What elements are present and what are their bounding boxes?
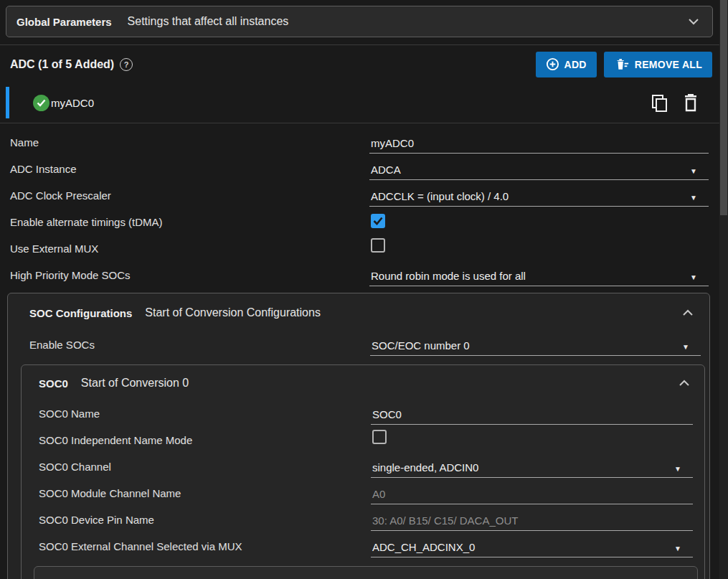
dropdown-arrow-icon: ▼ bbox=[682, 343, 689, 351]
field-row-soc0-channel: SOC0 Channel single-ended, ADCIN0▼ bbox=[22, 451, 704, 478]
status-ok-icon bbox=[33, 95, 49, 111]
instance-selected-bar bbox=[6, 87, 9, 118]
scrollbar[interactable] bbox=[719, 0, 728, 579]
global-parameters-subtitle: Settings that affect all instances bbox=[128, 15, 289, 28]
soc0-title: SOC0 bbox=[39, 377, 68, 390]
high-priority-socs-select[interactable]: Round robin mode is used for all▼ bbox=[369, 270, 709, 286]
copy-instance-button[interactable] bbox=[651, 94, 668, 113]
adc-module-title: ADC (1 of 5 Added) bbox=[10, 58, 114, 71]
soc0-module-channel-name-readonly: A0 bbox=[371, 488, 693, 504]
soc0-channel-select[interactable]: single-ended, ADCIN0▼ bbox=[371, 461, 693, 478]
field-row-soc0-independent-name-mode: SOC0 Independent Name Mode bbox=[22, 425, 704, 451]
field-label: SOC0 Channel bbox=[39, 461, 371, 478]
subsection-soc0: SOC0 Start of Conversion 0 SOC0 Name SOC… bbox=[21, 364, 705, 579]
plus-circle-icon bbox=[546, 57, 559, 71]
soc0-device-pin-name-readonly: 30: A0/ B15/ C15/ DACA_OUT bbox=[371, 514, 693, 531]
chevron-down-icon[interactable] bbox=[688, 15, 699, 28]
dropdown-arrow-icon: ▼ bbox=[690, 194, 697, 202]
dropdown-arrow-icon: ▼ bbox=[690, 273, 697, 281]
field-label: Use External MUX bbox=[10, 243, 369, 260]
field-label: Enable SOCs bbox=[29, 339, 370, 356]
external-mux-checkbox[interactable] bbox=[371, 238, 385, 253]
field-row-soc0-module-channel-name: SOC0 Module Channel Name A0 bbox=[22, 478, 704, 504]
field-label: Name bbox=[10, 136, 369, 154]
dropdown-arrow-icon: ▼ bbox=[690, 167, 697, 175]
global-parameters-title: Global Parameters bbox=[16, 16, 112, 28]
add-button[interactable]: ADD bbox=[536, 52, 597, 77]
adc-clock-prescaler-select[interactable]: ADCCLK = (input clock) / 4.0▼ bbox=[369, 190, 709, 207]
soc-configurations-subtitle: Start of Conversion Configurations bbox=[145, 306, 321, 319]
soc0-subtitle: Start of Conversion 0 bbox=[81, 377, 189, 390]
field-label: Enable alternate timings (tDMA) bbox=[10, 216, 369, 233]
field-label: High Priority Mode SOCs bbox=[10, 269, 369, 286]
field-row-soc0-external-channel-mux: SOC0 External Channel Selected via MUX A… bbox=[22, 531, 704, 557]
enable-socs-select[interactable]: SOC/EOC number 0▼ bbox=[370, 339, 701, 356]
soc0-name-text-input[interactable]: SOC0 bbox=[371, 408, 693, 425]
field-row-name: Name myADC0 bbox=[0, 127, 719, 154]
chevron-up-icon[interactable] bbox=[682, 306, 694, 319]
field-label: SOC0 Device Pin Name bbox=[39, 514, 371, 531]
remove-all-button[interactable]: REMOVE ALL bbox=[604, 52, 712, 77]
soc0-external-channel-mux-select[interactable]: ADC_CH_ADCINX_0▼ bbox=[371, 541, 693, 557]
config-panel: Global Parameters Settings that affect a… bbox=[0, 0, 719, 579]
field-row-soc0-name: SOC0 Name SOC0 bbox=[22, 398, 704, 425]
soc-configurations-title: SOC Configurations bbox=[29, 307, 132, 319]
field-label: SOC0 External Channel Selected via MUX bbox=[39, 540, 371, 557]
field-row-alternate-timings: Enable alternate timings (tDMA) bbox=[0, 207, 719, 233]
instance-row-myadc0[interactable]: myADC0 bbox=[0, 83, 719, 123]
soc0-header[interactable]: SOC0 Start of Conversion 0 bbox=[22, 365, 704, 398]
field-row-adc-instance: ADC Instance ADCA▼ bbox=[0, 154, 719, 180]
trash-icon bbox=[684, 94, 698, 112]
global-parameters-card[interactable]: Global Parameters Settings that affect a… bbox=[6, 6, 713, 37]
adc-module-header: ADC (1 of 5 Added) ? ADD REMOVE ALL bbox=[0, 45, 719, 83]
soc-configurations-header[interactable]: SOC Configurations Start of Conversion C… bbox=[8, 293, 709, 329]
field-label: SOC0 Name bbox=[39, 408, 371, 425]
field-row-soc0-device-pin-name: SOC0 Device Pin Name 30: A0/ B15/ C15/ D… bbox=[22, 504, 704, 531]
field-row-enable-socs: Enable SOCs SOC/EOC number 0▼ bbox=[8, 329, 709, 356]
field-row-external-mux: Use External MUX bbox=[0, 233, 719, 260]
copy-icon bbox=[651, 94, 668, 113]
soc0-independent-name-mode-checkbox[interactable] bbox=[372, 430, 387, 444]
field-row-high-priority-socs: High Priority Mode SOCs Round robin mode… bbox=[0, 260, 719, 286]
field-row-adc-clock-prescaler: ADC Clock Prescaler ADCCLK = (input cloc… bbox=[0, 180, 719, 207]
dropdown-arrow-icon: ▼ bbox=[674, 545, 681, 552]
name-text-input[interactable]: myADC0 bbox=[369, 137, 709, 154]
field-label: ADC Instance bbox=[10, 163, 369, 180]
adc-instance-select[interactable]: ADCA▼ bbox=[369, 164, 709, 180]
delete-sweep-icon bbox=[614, 57, 630, 71]
field-label: ADC Clock Prescaler bbox=[10, 189, 369, 207]
field-label: SOC0 Independent Name Mode bbox=[39, 434, 371, 451]
chevron-up-icon[interactable] bbox=[679, 377, 690, 390]
next-config-group-box bbox=[34, 566, 698, 579]
adc-field-rows: Name myADC0 ADC Instance ADCA▼ ADC Clock… bbox=[0, 123, 719, 286]
delete-instance-button[interactable] bbox=[684, 94, 698, 112]
field-label: SOC0 Module Channel Name bbox=[39, 487, 371, 504]
instance-name: myADC0 bbox=[51, 97, 94, 109]
help-icon[interactable]: ? bbox=[120, 58, 133, 71]
scrollbar-thumb[interactable] bbox=[720, 0, 727, 215]
alternate-timings-checkbox[interactable] bbox=[371, 214, 385, 228]
dropdown-arrow-icon: ▼ bbox=[674, 465, 681, 473]
section-soc-configurations: SOC Configurations Start of Conversion C… bbox=[7, 293, 710, 579]
